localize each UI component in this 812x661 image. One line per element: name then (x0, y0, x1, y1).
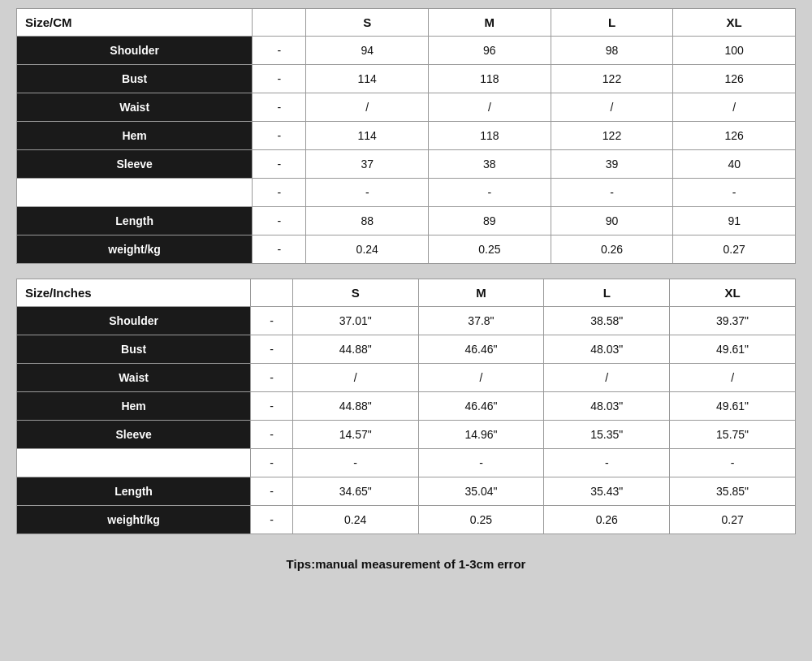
table-row: 48.03" (544, 392, 670, 421)
inches-header-row: Size/Inches S M L XL (17, 279, 796, 307)
table-row: - (253, 65, 306, 93)
table-row: - (251, 421, 293, 449)
table-row: - (251, 506, 293, 534)
table-row: 37.8" (418, 307, 544, 335)
table-row: Hem (17, 392, 251, 421)
table-row: - (251, 307, 293, 335)
table-row: Sleeve (17, 150, 253, 179)
table-row: - (253, 93, 306, 122)
table-row: / (673, 93, 796, 122)
table-row: 38 (429, 150, 551, 179)
table-row: - (544, 449, 670, 477)
table-row (17, 179, 253, 207)
table-row: 126 (673, 122, 796, 150)
table-row: Shoulder (17, 307, 251, 335)
table-row: - (253, 207, 306, 235)
table-row: - (306, 179, 429, 207)
table-row: 126 (673, 65, 796, 93)
table-row: - (253, 37, 306, 65)
table-row: 118 (429, 65, 551, 93)
table-row: - (251, 477, 293, 506)
table-row: 0.26 (544, 506, 670, 534)
table-row: 39 (551, 150, 673, 179)
table-row: 35.85" (670, 477, 796, 506)
table-row: 48.03" (544, 335, 670, 364)
table-row: 0.27 (670, 506, 796, 534)
cm-table-wrapper: Size/CM S M L XL Shoulder-949698100Bust-… (16, 8, 796, 264)
table-row: 35.43" (544, 477, 670, 506)
table-row: - (670, 449, 796, 477)
table-row: 0.24 (292, 506, 418, 534)
cm-table: Size/CM S M L XL Shoulder-949698100Bust-… (16, 8, 796, 264)
table-row: 94 (306, 37, 429, 65)
inches-table-wrapper: Size/Inches S M L XL Shoulder-37.01"37.8… (16, 279, 796, 534)
table-row: / (418, 364, 544, 392)
table-row: 14.57" (292, 421, 418, 449)
table-row: 34.65" (292, 477, 418, 506)
table-row: 100 (673, 37, 796, 65)
table-row: 96 (429, 37, 551, 65)
cm-header-l: L (551, 9, 673, 37)
table-row: - (292, 449, 418, 477)
table-row: 122 (551, 65, 673, 93)
table-row: 114 (306, 122, 429, 150)
table-row: Shoulder (17, 37, 253, 65)
inches-header-label: Size/Inches (17, 279, 251, 307)
inches-header-l: L (544, 279, 670, 307)
inches-header-empty (251, 279, 293, 307)
table-row: 44.88" (292, 392, 418, 421)
table-row: Bust (17, 65, 253, 93)
table-row: weight/kg (17, 506, 251, 534)
table-row: 15.75" (670, 421, 796, 449)
cm-header-xl: XL (673, 9, 796, 37)
table-row: / (670, 364, 796, 392)
table-row: 118 (429, 122, 551, 150)
table-row: 40 (673, 150, 796, 179)
cm-header-empty (253, 9, 306, 37)
table-row: 89 (429, 207, 551, 235)
tips-row: Tips:manual measurement of 1-3cm error (16, 549, 796, 579)
table-row: 90 (551, 207, 673, 235)
inches-header-xl: XL (670, 279, 796, 307)
table-row: 0.25 (418, 506, 544, 534)
table-row: 122 (551, 122, 673, 150)
table-row: 0.25 (429, 235, 551, 264)
table-row: / (544, 364, 670, 392)
table-row: 37.01" (292, 307, 418, 335)
table-row: 15.35" (544, 421, 670, 449)
table-row: 35.04" (418, 477, 544, 506)
table-row: Bust (17, 335, 251, 364)
table-row: - (251, 364, 293, 392)
table-row: - (251, 392, 293, 421)
table-row: - (251, 335, 293, 364)
table-row: 46.46" (418, 392, 544, 421)
cm-header-s: S (306, 9, 429, 37)
table-row: 49.61" (670, 392, 796, 421)
table-row: - (251, 449, 293, 477)
table-row: / (306, 93, 429, 122)
table-row: - (253, 150, 306, 179)
table-row: 88 (306, 207, 429, 235)
cm-header-m: M (429, 9, 551, 37)
table-row: 98 (551, 37, 673, 65)
inches-header-s: S (292, 279, 418, 307)
inches-table: Size/Inches S M L XL Shoulder-37.01"37.8… (16, 279, 796, 534)
table-row: - (673, 179, 796, 207)
table-row: - (551, 179, 673, 207)
table-row: - (418, 449, 544, 477)
table-row: 0.27 (673, 235, 796, 264)
table-row: - (253, 235, 306, 264)
table-row: / (429, 93, 551, 122)
table-row: 44.88" (292, 335, 418, 364)
table-row: Length (17, 207, 253, 235)
table-row: / (292, 364, 418, 392)
table-row: 38.58" (544, 307, 670, 335)
table-row: Hem (17, 122, 253, 150)
table-row: / (551, 93, 673, 122)
table-row: 114 (306, 65, 429, 93)
table-row: 0.26 (551, 235, 673, 264)
table-row: 91 (673, 207, 796, 235)
table-row: 0.24 (306, 235, 429, 264)
table-row: 14.96" (418, 421, 544, 449)
table-row (17, 449, 251, 477)
